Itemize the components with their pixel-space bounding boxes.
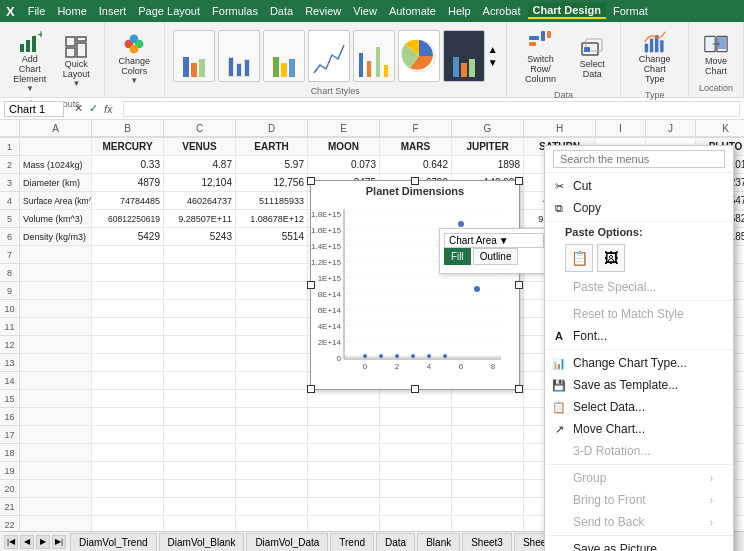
cell-c21[interactable]	[164, 498, 236, 516]
cell-e22[interactable]	[308, 516, 380, 531]
cell-d22[interactable]	[236, 516, 308, 531]
cell-g19[interactable]	[452, 462, 524, 480]
cell-c11[interactable]	[164, 318, 236, 336]
cell-b7[interactable]	[92, 246, 164, 264]
cell-a8[interactable]	[20, 264, 92, 282]
col-header-g[interactable]: G	[452, 120, 524, 137]
cell-b17[interactable]	[92, 426, 164, 444]
cell-a9[interactable]	[20, 282, 92, 300]
col-header-b[interactable]: B	[92, 120, 164, 137]
cell-b21[interactable]	[92, 498, 164, 516]
menu-review[interactable]: Review	[300, 4, 346, 18]
outline-tab[interactable]: Outline	[473, 248, 519, 265]
cell-a3[interactable]: Diameter (km)	[20, 174, 92, 192]
cell-a21[interactable]	[20, 498, 92, 516]
cell-e17[interactable]	[308, 426, 380, 444]
cell-b6[interactable]: 5429	[92, 228, 164, 246]
cell-e20[interactable]	[308, 480, 380, 498]
cell-c3[interactable]: 12,104	[164, 174, 236, 192]
cell-d1[interactable]: EARTH	[236, 138, 308, 156]
chart-container[interactable]: Planet Dimensions 1.8E+15 1.6E+15 1.4E+1…	[310, 180, 520, 390]
cell-d17[interactable]	[236, 426, 308, 444]
chart-handle-tl[interactable]	[307, 177, 315, 185]
cell-d7[interactable]	[236, 246, 308, 264]
formula-input[interactable]	[123, 101, 740, 117]
cell-d18[interactable]	[236, 444, 308, 462]
col-header-c[interactable]: C	[164, 120, 236, 137]
cell-b12[interactable]	[92, 336, 164, 354]
change-colors-button[interactable]: ChangeColors ▼	[112, 28, 156, 89]
cell-a22[interactable]	[20, 516, 92, 531]
cell-d21[interactable]	[236, 498, 308, 516]
confirm-formula-icon[interactable]: ✓	[87, 102, 100, 115]
cell-c19[interactable]	[164, 462, 236, 480]
cell-b18[interactable]	[92, 444, 164, 462]
sheet-tab-diamvol-data[interactable]: DiamVol_Data	[246, 533, 328, 551]
cell-b11[interactable]	[92, 318, 164, 336]
cell-g18[interactable]	[452, 444, 524, 462]
cell-b5[interactable]: 60812250619	[92, 210, 164, 228]
cell-g1[interactable]: JUPITER	[452, 138, 524, 156]
cell-d2[interactable]: 5.97	[236, 156, 308, 174]
menu-formulas[interactable]: Formulas	[207, 4, 263, 18]
sheet-nav-last[interactable]: ▶|	[52, 535, 66, 549]
cell-b15[interactable]	[92, 390, 164, 408]
cell-a13[interactable]	[20, 354, 92, 372]
chart-area-dropdown[interactable]: Chart Area ▼	[444, 233, 544, 248]
menu-help[interactable]: Help	[443, 4, 476, 18]
cell-f17[interactable]	[380, 426, 452, 444]
menu-page-layout[interactable]: Page Layout	[133, 4, 205, 18]
cell-a14[interactable]	[20, 372, 92, 390]
cell-d13[interactable]	[236, 354, 308, 372]
menu-home[interactable]: Home	[52, 4, 91, 18]
cell-c8[interactable]	[164, 264, 236, 282]
col-header-a[interactable]: A	[20, 120, 92, 137]
cell-c12[interactable]	[164, 336, 236, 354]
cell-d10[interactable]	[236, 300, 308, 318]
change-chart-type-button[interactable]: ChangeChart Type	[629, 26, 680, 88]
cell-c2[interactable]: 4.87	[164, 156, 236, 174]
menu-automate[interactable]: Automate	[384, 4, 441, 18]
cell-c15[interactable]	[164, 390, 236, 408]
cell-c20[interactable]	[164, 480, 236, 498]
chart-handle-tm[interactable]	[411, 177, 419, 185]
cell-f1[interactable]: MARS	[380, 138, 452, 156]
chart-style-4[interactable]	[308, 30, 350, 82]
fill-tab[interactable]: Fill	[444, 248, 471, 265]
cell-b8[interactable]	[92, 264, 164, 282]
col-header-f[interactable]: F	[380, 120, 452, 137]
sheet-tab-trend[interactable]: Trend	[330, 533, 374, 551]
col-header-d[interactable]: D	[236, 120, 308, 137]
chart-handle-mr[interactable]	[515, 281, 523, 289]
cell-b19[interactable]	[92, 462, 164, 480]
cell-f16[interactable]	[380, 408, 452, 426]
sheet-tab-diamvol-trend[interactable]: DiamVol_Trend	[70, 533, 157, 551]
cell-f2[interactable]: 0.642	[380, 156, 452, 174]
chart-handle-bl[interactable]	[307, 385, 315, 393]
cell-a16[interactable]	[20, 408, 92, 426]
cell-a10[interactable]	[20, 300, 92, 318]
cell-c1[interactable]: VENUS	[164, 138, 236, 156]
cell-d20[interactable]	[236, 480, 308, 498]
cell-a1[interactable]	[20, 138, 92, 156]
insert-function-icon[interactable]: fx	[102, 103, 115, 115]
cell-c4[interactable]: 460264737	[164, 192, 236, 210]
paste-btn-1[interactable]: 📋	[565, 244, 593, 272]
menu-item-move-chart[interactable]: ↗ Move Chart...	[545, 418, 733, 440]
menu-item-copy[interactable]: ⧉ Copy	[545, 197, 733, 219]
cell-d5[interactable]: 1.08678E+12	[236, 210, 308, 228]
cell-b3[interactable]: 4879	[92, 174, 164, 192]
cell-c14[interactable]	[164, 372, 236, 390]
chart-style-6[interactable]	[398, 30, 440, 82]
cell-a15[interactable]	[20, 390, 92, 408]
cell-a6[interactable]: Density (kg/m3)	[20, 228, 92, 246]
cell-d3[interactable]: 12,756	[236, 174, 308, 192]
col-header-h[interactable]: H	[524, 120, 596, 137]
cell-g2[interactable]: 1898	[452, 156, 524, 174]
menu-acrobat[interactable]: Acrobat	[478, 4, 526, 18]
cell-e15[interactable]	[308, 390, 380, 408]
cell-a11[interactable]	[20, 318, 92, 336]
cell-a2[interactable]: Mass (1024kg)	[20, 156, 92, 174]
cell-d6[interactable]: 5514	[236, 228, 308, 246]
quick-layout-button[interactable]: QuickLayout ▼	[56, 31, 96, 92]
